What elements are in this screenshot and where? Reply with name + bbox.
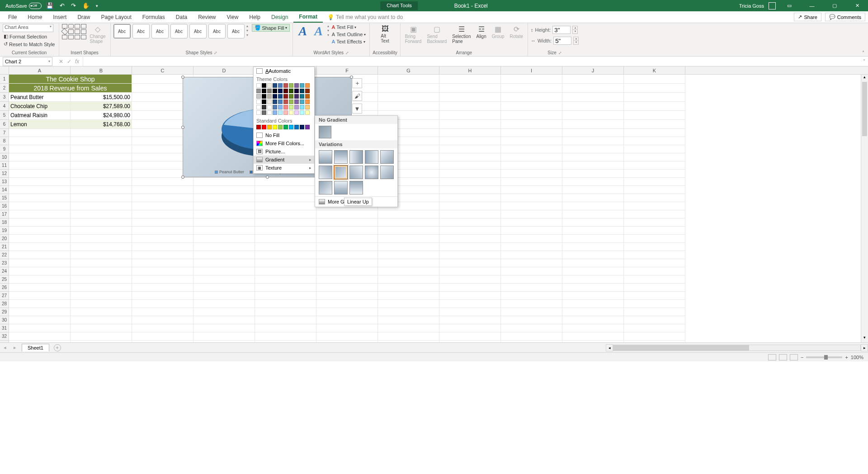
cell[interactable] xyxy=(9,267,71,275)
cell[interactable] xyxy=(193,194,255,202)
zoom-slider[interactable] xyxy=(806,356,842,358)
row-header[interactable]: 31 xyxy=(0,324,9,332)
more-fill-colors-item[interactable]: More Fill Colors... xyxy=(254,139,314,147)
row-header[interactable]: 9 xyxy=(0,145,9,153)
zoom-out-button[interactable]: − xyxy=(801,355,803,360)
gradient-variation[interactable] xyxy=(334,150,348,164)
cell[interactable] xyxy=(9,202,71,210)
cell[interactable] xyxy=(378,75,439,84)
cell[interactable] xyxy=(255,275,316,284)
cell[interactable] xyxy=(71,324,132,332)
scroll-right-icon[interactable]: ▸ xyxy=(861,344,868,351)
color-swatch[interactable] xyxy=(294,125,299,129)
cell[interactable] xyxy=(193,251,255,259)
vertical-scrollbar[interactable]: ▴ ▾ xyxy=(861,75,868,342)
cell[interactable] xyxy=(439,137,501,145)
comments-button[interactable]: 💬Comments xyxy=(825,13,865,21)
cell[interactable] xyxy=(316,332,378,341)
cell[interactable] xyxy=(562,186,624,194)
cell[interactable] xyxy=(624,218,685,227)
cell[interactable] xyxy=(193,202,255,210)
wordart-preset[interactable]: A xyxy=(296,24,310,38)
cell[interactable] xyxy=(624,235,685,243)
cell[interactable] xyxy=(9,235,71,243)
color-swatch[interactable] xyxy=(289,83,293,88)
tab-design[interactable]: Design xyxy=(266,12,293,22)
cell[interactable] xyxy=(193,332,255,341)
cell[interactable] xyxy=(501,194,562,202)
cell[interactable] xyxy=(501,84,562,93)
resize-handle[interactable] xyxy=(181,175,184,179)
cell[interactable] xyxy=(193,210,255,218)
new-sheet-button[interactable]: ＋ xyxy=(54,344,61,351)
color-swatch[interactable] xyxy=(300,83,304,88)
cell[interactable] xyxy=(624,308,685,316)
color-swatch[interactable] xyxy=(278,110,283,115)
color-swatch[interactable] xyxy=(283,89,288,93)
cell[interactable] xyxy=(132,275,193,284)
cell[interactable] xyxy=(316,292,378,300)
cell[interactable] xyxy=(624,284,685,292)
gradient-variation[interactable] xyxy=(334,181,348,194)
height-spinner[interactable]: ▴▾ xyxy=(572,26,578,34)
dialog-launcher-icon[interactable]: ⤢ xyxy=(345,51,349,55)
cell[interactable] xyxy=(255,324,316,332)
color-swatch[interactable] xyxy=(294,110,299,115)
cell[interactable] xyxy=(71,332,132,341)
row-header[interactable]: 7 xyxy=(0,129,9,137)
cell[interactable] xyxy=(71,186,132,194)
fx-icon[interactable]: fx xyxy=(75,58,79,65)
cell[interactable] xyxy=(378,332,439,341)
cell[interactable] xyxy=(439,332,501,341)
color-swatch[interactable] xyxy=(278,83,283,88)
row-header[interactable]: 21 xyxy=(0,243,9,251)
cell[interactable] xyxy=(71,153,132,161)
color-swatch[interactable] xyxy=(305,89,310,93)
gradient-variation[interactable] xyxy=(380,150,394,164)
gallery-up-icon[interactable]: ▴ xyxy=(246,24,248,28)
cell[interactable] xyxy=(624,202,685,210)
horizontal-scrollbar[interactable]: ◂ ▸ xyxy=(606,344,868,351)
color-swatch[interactable] xyxy=(283,94,288,99)
cell[interactable] xyxy=(624,227,685,235)
row-header[interactable]: 22 xyxy=(0,251,9,259)
color-swatch[interactable] xyxy=(267,89,272,93)
cell[interactable] xyxy=(562,111,624,120)
column-header[interactable]: G xyxy=(378,66,439,74)
select-all-button[interactable] xyxy=(0,66,9,74)
tab-review[interactable]: Review xyxy=(193,12,221,22)
page-break-view-button[interactable] xyxy=(790,354,798,360)
row-header[interactable]: 12 xyxy=(0,170,9,178)
cell[interactable] xyxy=(501,153,562,161)
maximize-button[interactable]: ▢ xyxy=(826,0,844,11)
cell[interactable] xyxy=(501,275,562,284)
cell[interactable] xyxy=(439,75,501,84)
cell[interactable] xyxy=(71,137,132,145)
color-swatch[interactable] xyxy=(262,83,266,88)
cell[interactable]: $24,980.00 xyxy=(71,111,132,120)
cell[interactable] xyxy=(193,267,255,275)
picture-fill-item[interactable]: 🖼Picture... xyxy=(254,147,314,156)
cell[interactable] xyxy=(562,170,624,178)
cell[interactable] xyxy=(501,93,562,102)
cell[interactable] xyxy=(501,292,562,300)
color-swatch[interactable] xyxy=(256,100,261,104)
cell[interactable] xyxy=(624,170,685,178)
gallery-more-icon[interactable]: ▾ xyxy=(246,33,248,37)
shape-style-preset[interactable]: Abc xyxy=(113,24,131,38)
cell[interactable]: $27,589.00 xyxy=(71,102,132,111)
color-swatch[interactable] xyxy=(305,110,310,115)
cell[interactable] xyxy=(562,161,624,170)
autosave[interactable]: AutoSave ● Off xyxy=(5,3,42,9)
cell[interactable] xyxy=(562,341,624,342)
cell[interactable] xyxy=(624,341,685,342)
cell[interactable] xyxy=(316,227,378,235)
scroll-left-icon[interactable]: ◂ xyxy=(606,344,613,351)
cell[interactable] xyxy=(624,102,685,111)
cell[interactable] xyxy=(501,202,562,210)
tab-help[interactable]: Help xyxy=(244,12,266,22)
gradient-variation[interactable] xyxy=(319,150,332,164)
cell[interactable] xyxy=(562,75,624,84)
color-swatch[interactable] xyxy=(262,89,266,93)
cell[interactable] xyxy=(9,324,71,332)
